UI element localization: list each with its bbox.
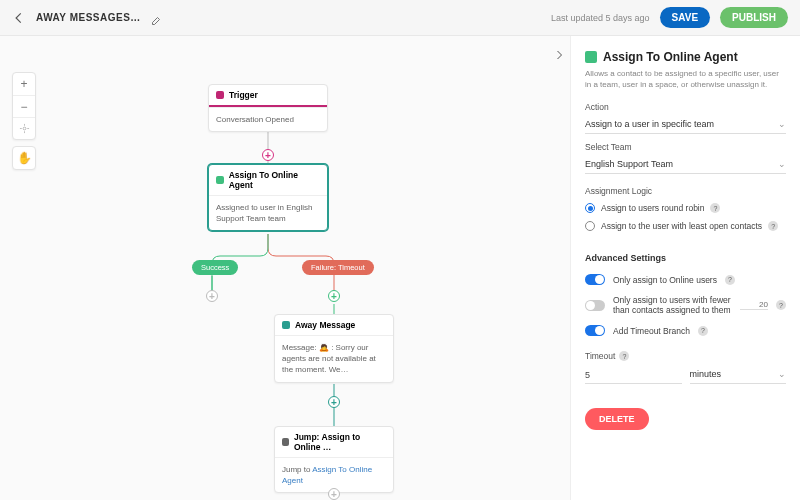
team-select[interactable]: English Support Team⌄ bbox=[585, 155, 786, 174]
fit-button[interactable] bbox=[13, 117, 35, 139]
chevron-down-icon: ⌄ bbox=[778, 369, 786, 379]
node-jump[interactable]: Jump: Assign to Online … Jump to Assign … bbox=[274, 426, 394, 493]
help-icon[interactable]: ? bbox=[710, 203, 720, 213]
add-step-button[interactable]: + bbox=[328, 488, 340, 500]
branch-failure[interactable]: Failure: Timeout bbox=[302, 260, 374, 275]
toggle-fewer-contacts[interactable] bbox=[585, 300, 605, 311]
team-label: Select Team bbox=[585, 142, 786, 152]
header: AWAY MESSAGES… Last updated 5 days ago S… bbox=[0, 0, 800, 36]
radio-icon bbox=[585, 203, 595, 213]
zoom-tools: + − bbox=[12, 72, 36, 140]
last-updated: Last updated 5 days ago bbox=[551, 13, 650, 23]
collapse-panel-icon[interactable] bbox=[550, 46, 568, 64]
help-icon[interactable]: ? bbox=[768, 221, 778, 231]
node-body: Conversation Opened bbox=[209, 107, 327, 131]
node-title: Trigger bbox=[229, 90, 258, 100]
action-select[interactable]: Assign to a user in specific team⌄ bbox=[585, 115, 786, 134]
logic-option-round-robin[interactable]: Assign to users round robin ? bbox=[585, 199, 786, 217]
add-step-button[interactable]: + bbox=[328, 396, 340, 408]
action-label: Action bbox=[585, 102, 786, 112]
logic-label: Assignment Logic bbox=[585, 186, 786, 196]
node-title: Away Message bbox=[295, 320, 355, 330]
jump-icon bbox=[282, 438, 289, 446]
workflow-title: AWAY MESSAGES… bbox=[36, 12, 141, 23]
node-body: Assigned to user in English Support Team… bbox=[209, 195, 327, 230]
svg-point-0 bbox=[23, 127, 26, 130]
toggle-online-only[interactable] bbox=[585, 274, 605, 285]
assign-icon bbox=[216, 176, 224, 184]
workflow-canvas[interactable]: + − ✋ Trigger Conversation O bbox=[0, 36, 570, 500]
node-trigger[interactable]: Trigger Conversation Opened bbox=[208, 84, 328, 132]
pan-tool: ✋ bbox=[12, 146, 36, 170]
help-icon[interactable]: ? bbox=[776, 300, 786, 310]
delete-button[interactable]: DELETE bbox=[585, 408, 649, 430]
add-step-button[interactable]: + bbox=[206, 290, 218, 302]
fewer-contacts-input[interactable] bbox=[740, 300, 768, 310]
node-title: Assign To Online Agent bbox=[229, 170, 320, 190]
publish-button[interactable]: PUBLISH bbox=[720, 7, 788, 28]
timeout-value-input[interactable]: 5 bbox=[585, 367, 682, 384]
properties-panel: Assign To Online Agent Allows a contact … bbox=[570, 36, 800, 500]
message-icon bbox=[282, 321, 290, 329]
zoom-out-button[interactable]: − bbox=[13, 95, 35, 117]
advanced-settings-label: Advanced Settings bbox=[585, 253, 786, 263]
save-button[interactable]: SAVE bbox=[660, 7, 711, 28]
timeout-unit-select[interactable]: minutes⌄ bbox=[690, 365, 787, 384]
assign-icon bbox=[585, 51, 597, 63]
node-assign-online-agent[interactable]: Assign To Online Agent Assigned to user … bbox=[208, 164, 328, 231]
node-body: Message: 🙇 : Sorry our agents are not av… bbox=[275, 335, 393, 382]
timeout-label: Timeout bbox=[585, 351, 615, 361]
logic-option-least-open[interactable]: Assign to the user with least open conta… bbox=[585, 217, 786, 235]
node-title: Jump: Assign to Online … bbox=[294, 432, 386, 452]
help-icon[interactable]: ? bbox=[698, 326, 708, 336]
toggle-timeout-branch[interactable] bbox=[585, 325, 605, 336]
radio-icon bbox=[585, 221, 595, 231]
chevron-down-icon: ⌄ bbox=[778, 159, 786, 169]
branch-success[interactable]: Success bbox=[192, 260, 238, 275]
add-step-button[interactable]: + bbox=[262, 149, 274, 161]
help-icon[interactable]: ? bbox=[725, 275, 735, 285]
zoom-in-button[interactable]: + bbox=[13, 73, 35, 95]
node-away-message[interactable]: Away Message Message: 🙇 : Sorry our agen… bbox=[274, 314, 394, 383]
hand-icon[interactable]: ✋ bbox=[13, 147, 35, 169]
trigger-icon bbox=[216, 91, 224, 99]
help-icon[interactable]: ? bbox=[619, 351, 629, 361]
edit-icon[interactable] bbox=[151, 12, 163, 24]
panel-title: Assign To Online Agent bbox=[585, 50, 786, 64]
add-step-button[interactable]: + bbox=[328, 290, 340, 302]
panel-description: Allows a contact to be assigned to a spe… bbox=[585, 68, 786, 90]
chevron-down-icon: ⌄ bbox=[778, 119, 786, 129]
back-icon[interactable] bbox=[12, 11, 26, 25]
